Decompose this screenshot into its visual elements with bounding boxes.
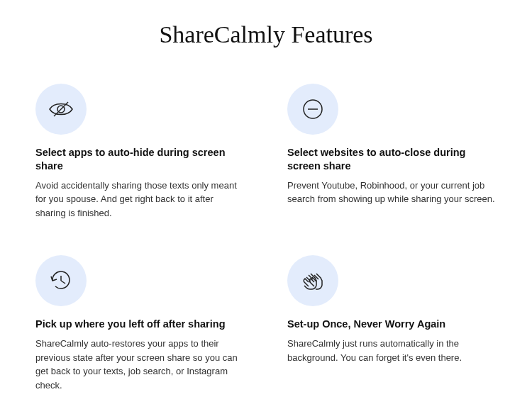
feature-restore: Pick up where you left off after sharing…: [35, 255, 245, 392]
feature-desc: Avoid accidentally sharing those texts o…: [35, 179, 245, 220]
feature-close-websites: Select websites to auto-close during scr…: [287, 84, 497, 220]
feature-title: Select websites to auto-close during scr…: [287, 146, 497, 173]
feature-title: Select apps to auto-hide during screen s…: [35, 146, 245, 173]
history-icon: [35, 255, 87, 306]
feature-hide-apps: Select apps to auto-hide during screen s…: [35, 84, 245, 220]
features-grid: Select apps to auto-hide during screen s…: [35, 84, 497, 392]
feature-title: Pick up where you left off after sharing: [35, 318, 245, 331]
eye-slash-icon: [35, 84, 87, 135]
feature-setup-once: Set-up Once, Never Worry Again ShareCalm…: [287, 255, 497, 392]
page-title: ShareCalmly Features: [35, 21, 497, 48]
feature-title: Set-up Once, Never Worry Again: [287, 318, 497, 331]
feature-desc: Prevent Youtube, Robinhood, or your curr…: [287, 179, 497, 206]
feature-desc: ShareCalmly auto-restores your apps to t…: [35, 337, 245, 392]
feature-desc: ShareCalmly just runs automatically in t…: [287, 337, 497, 364]
minus-circle-icon: [287, 84, 338, 135]
clap-hands-icon: [287, 255, 338, 306]
svg-line-5: [61, 281, 65, 284]
